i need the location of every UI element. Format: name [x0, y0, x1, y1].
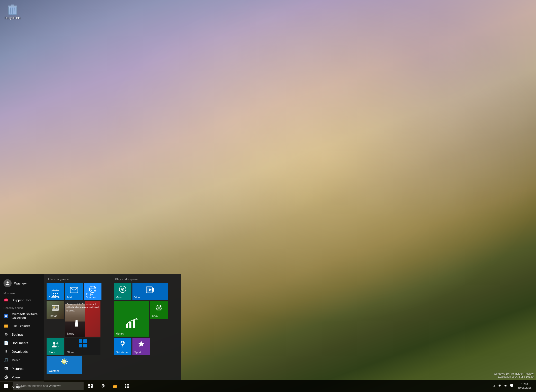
start-menu-right: Life at a glance [44, 274, 181, 380]
all-apps-icon: ☰ [4, 384, 9, 389]
svg-rect-73 [125, 384, 126, 385]
svg-rect-51 [129, 322, 131, 328]
sport-tile-icon [137, 340, 145, 350]
store-tile-icon [78, 339, 87, 350]
play-tiles-grid: Music [114, 283, 179, 355]
network-icon[interactable] [497, 383, 502, 389]
tray-chevron[interactable]: ∧ [492, 383, 496, 388]
tile-money[interactable]: Money [114, 301, 149, 337]
svg-rect-18 [53, 293, 54, 294]
store-taskbar-button[interactable] [121, 380, 133, 392]
money-tile-icon [125, 317, 138, 331]
music-tile-icon [119, 286, 126, 295]
clock-date: 30/05/2015 [518, 386, 531, 390]
svg-point-28 [53, 306, 55, 308]
tile-weather[interactable]: Weather [47, 356, 82, 374]
video-tile-icon [146, 287, 154, 295]
downloads-icon: ⬇ [4, 349, 9, 354]
svg-point-55 [158, 307, 160, 309]
mail-tile-icon [70, 287, 78, 295]
start-menu-left: Waynew Most used Snipping Tool [0, 274, 44, 380]
life-tiles-grid: Calendar Mail [47, 283, 112, 374]
start-item-solitaire[interactable]: Microsoft Solitaire Collection [0, 310, 44, 322]
video-tile-label: Video [134, 296, 141, 299]
people-tile-label: Store [49, 351, 55, 354]
play-section: Play and explore Music [114, 277, 179, 376]
start-item-power[interactable]: ⏻ Power [0, 373, 44, 381]
spartan-tile-label: Project Spartan [86, 293, 101, 299]
all-apps-button[interactable]: ☰ All apps [0, 381, 44, 392]
tile-people[interactable]: Store [47, 338, 64, 355]
user-section[interactable]: Waynew [0, 277, 44, 290]
notification-icon[interactable] [510, 383, 514, 389]
tile-project-spartan[interactable]: Project Spartan [84, 283, 101, 300]
solitaire-icon [4, 313, 9, 318]
weather-tile-icon [60, 358, 69, 368]
get-started-tile-icon [119, 340, 126, 350]
pictures-label: Pictures [12, 367, 23, 371]
svg-line-59 [121, 342, 122, 343]
svg-rect-31 [79, 339, 82, 343]
recycle-bin[interactable]: Recycle Bin [3, 3, 23, 21]
tile-video[interactable]: Video [132, 283, 168, 300]
documents-label: Documents [12, 341, 28, 345]
start-menu: Waynew Most used Snipping Tool [0, 274, 181, 380]
play-section-label: Play and explore [114, 277, 179, 283]
tile-xbox[interactable]: Xbox [150, 301, 168, 319]
svg-rect-52 [133, 320, 135, 328]
tile-news[interactable]: Cameron tells EU leaders: I will talk ab… [65, 301, 100, 337]
start-item-pictures[interactable]: 🖼 Pictures [0, 364, 44, 373]
file-explorer-icon [4, 323, 9, 328]
tile-calendar[interactable]: Calendar [47, 283, 64, 300]
svg-rect-69 [91, 386, 92, 388]
svg-point-29 [53, 342, 55, 345]
pictures-icon: 🖼 [4, 366, 9, 371]
photos-tile-label: Photos [49, 314, 57, 317]
start-item-snipping-tool[interactable]: Snipping Tool [0, 296, 44, 304]
svg-rect-75 [125, 386, 126, 388]
system-info-line2: Evaluation copy. Build 10130 [494, 375, 533, 378]
tile-music[interactable]: Music [114, 283, 131, 300]
volume-icon[interactable] [504, 383, 508, 389]
svg-rect-13 [5, 325, 8, 327]
life-section: Life at a glance [47, 277, 112, 376]
svg-rect-34 [83, 344, 87, 347]
svg-rect-72 [113, 386, 116, 387]
avatar [4, 279, 12, 287]
tile-store[interactable]: Store [65, 338, 100, 355]
settings-icon: ⚙ [4, 332, 9, 337]
svg-rect-20 [57, 293, 58, 294]
start-item-documents[interactable]: 📄 Documents [0, 339, 44, 347]
start-item-music[interactable]: 🎵 Music [0, 356, 44, 364]
tile-sport[interactable]: Sport [132, 338, 150, 355]
start-item-downloads[interactable]: ⬇ Downloads [0, 347, 44, 356]
tile-mail[interactable]: Mail [65, 283, 83, 300]
svg-line-43 [62, 363, 62, 364]
tile-get-started[interactable]: Get started [114, 338, 131, 355]
svg-rect-78 [510, 384, 513, 386]
start-item-file-explorer[interactable]: File Explorer › [0, 322, 44, 330]
svg-rect-33 [79, 344, 82, 347]
news-headline-text: Cameron tells EU leaders: I will talk ab… [66, 303, 99, 312]
settings-label: Settings [12, 333, 23, 336]
tile-photos[interactable]: Photos [47, 301, 64, 319]
task-view-button[interactable] [85, 380, 97, 392]
svg-point-46 [122, 289, 123, 290]
get-started-tile-label: Get started [116, 351, 129, 354]
svg-rect-50 [126, 324, 128, 328]
edge-button[interactable] [97, 380, 109, 392]
music-label: Music [12, 358, 20, 362]
svg-rect-68 [91, 384, 92, 385]
svg-rect-67 [88, 387, 90, 388]
downloads-label: Downloads [12, 350, 28, 353]
svg-rect-2 [11, 5, 14, 6]
system-info-line1: Windows 10 Pro Insider Preview [494, 372, 533, 375]
sport-tile-label: Sport [134, 351, 141, 354]
taskbar-clock[interactable]: 18:13 30/05/2015 [516, 382, 533, 390]
file-explorer-button[interactable] [109, 380, 121, 392]
power-icon: ⏻ [4, 375, 9, 380]
all-apps-label: All apps [12, 385, 23, 389]
photos-tile-icon [52, 304, 59, 313]
svg-rect-1 [8, 6, 17, 7]
start-item-settings[interactable]: ⚙ Settings [0, 330, 44, 339]
